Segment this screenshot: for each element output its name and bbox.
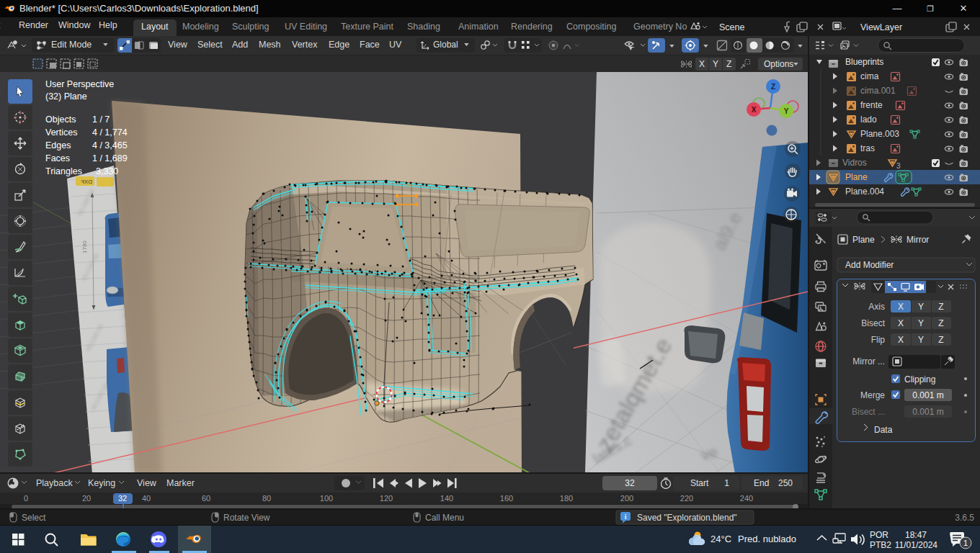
svg-text:0: 0 (24, 494, 28, 503)
svg-text:11/01/2024: 11/01/2024 (895, 540, 937, 550)
svg-text:Mirror: Mirror (906, 235, 929, 245)
svg-text:i: i (625, 513, 627, 521)
svg-text:1: 1 (724, 478, 729, 488)
svg-text:180: 180 (560, 494, 573, 503)
svg-text:80: 80 (262, 494, 271, 503)
svg-text:4 / 3,465: 4 / 3,465 (92, 140, 128, 150)
svg-text:Vidros: Vidros (842, 158, 867, 168)
svg-text:32: 32 (118, 494, 127, 503)
svg-text:4 / 1,774: 4 / 1,774 (92, 127, 128, 138)
svg-text:lado: lado (860, 114, 877, 125)
svg-text:X: X (898, 335, 904, 345)
svg-text:Y: Y (918, 318, 924, 328)
svg-text:18:47: 18:47 (905, 530, 927, 540)
svg-text:cima.001: cima.001 (860, 86, 896, 96)
svg-text:Y: Y (784, 107, 789, 115)
svg-text:3: 3 (896, 162, 901, 170)
svg-text:Pred. nublado: Pred. nublado (738, 534, 796, 544)
svg-text:Saved "Exploration.blend": Saved "Exploration.blend" (637, 513, 737, 523)
svg-text:1 / 1,689: 1 / 1,689 (92, 153, 128, 163)
svg-text:Edges: Edges (45, 140, 71, 150)
svg-text:3,330: 3,330 (96, 166, 118, 176)
svg-text:Blueprints: Blueprints (845, 57, 883, 67)
svg-text:60: 60 (202, 494, 210, 503)
svg-text:Rotate View: Rotate View (223, 513, 270, 523)
svg-text:3.6.5: 3.6.5 (955, 513, 974, 523)
svg-text:Flip: Flip (871, 335, 886, 345)
svg-text:X: X (898, 318, 904, 328)
svg-text:ViewLayer: ViewLayer (860, 22, 902, 32)
svg-text:250: 250 (778, 478, 793, 488)
svg-text:Y: Y (918, 335, 924, 345)
svg-text:Triangles: Triangles (45, 166, 82, 176)
svg-text:Faces: Faces (45, 153, 70, 163)
svg-text:Scene: Scene (719, 22, 744, 32)
svg-text:140: 140 (440, 494, 453, 503)
svg-text:40: 40 (142, 494, 151, 503)
svg-text:Plane.003: Plane.003 (860, 129, 899, 139)
svg-text:tras: tras (860, 143, 875, 153)
svg-text:View: View (137, 478, 157, 488)
svg-text:24°C: 24°C (710, 534, 731, 544)
svg-text:Call Menu: Call Menu (425, 513, 464, 523)
svg-text:100: 100 (320, 494, 333, 503)
svg-text:PTB2: PTB2 (870, 540, 891, 550)
svg-text:Axis: Axis (868, 302, 885, 312)
svg-text:Bisect: Bisect (861, 318, 885, 328)
svg-text:Add Modifier: Add Modifier (845, 260, 894, 270)
svg-text:User Perspective: User Perspective (45, 79, 114, 89)
svg-text:20: 20 (82, 494, 91, 503)
svg-text:160: 160 (500, 494, 513, 503)
svg-text:Vertices: Vertices (45, 127, 77, 138)
svg-text:Z: Z (771, 83, 775, 91)
svg-text:Data: Data (874, 425, 893, 435)
svg-text:220: 220 (680, 494, 693, 503)
svg-text:120: 120 (380, 494, 393, 503)
svg-text:Start: Start (690, 478, 709, 488)
svg-text:Plane.004: Plane.004 (845, 186, 884, 197)
svg-text:Marker: Marker (166, 478, 195, 488)
svg-text:0.001 m: 0.001 m (912, 390, 943, 400)
svg-text:Plane: Plane (845, 172, 868, 182)
svg-text:1 / 7: 1 / 7 (92, 114, 110, 125)
svg-text:1780: 1780 (81, 240, 88, 253)
svg-text:Playback: Playback (36, 478, 73, 488)
svg-text:End: End (754, 478, 769, 488)
svg-text:(32) Plane: (32) Plane (45, 91, 87, 102)
svg-text:1: 1 (963, 539, 968, 547)
svg-text:Z: Z (938, 318, 943, 328)
svg-text:Select: Select (22, 513, 46, 523)
svg-text:DXF: DXF (81, 179, 92, 185)
svg-text:Merge: Merge (860, 390, 885, 400)
svg-text:Plane: Plane (852, 235, 875, 245)
svg-text:32: 32 (625, 478, 635, 488)
svg-text:X: X (752, 106, 757, 114)
svg-text:cima: cima (860, 71, 879, 81)
svg-text:Z: Z (938, 302, 943, 312)
svg-text:200: 200 (620, 494, 633, 503)
svg-text:Mirror ...: Mirror ... (852, 356, 885, 367)
svg-text:POR: POR (870, 530, 888, 540)
svg-text:Objects: Objects (45, 114, 76, 125)
svg-text:Keying: Keying (88, 478, 115, 488)
svg-text:frente: frente (860, 100, 883, 110)
svg-text:Bisect ...: Bisect ... (852, 407, 885, 417)
svg-text:X: X (898, 302, 904, 312)
svg-text:Y: Y (918, 302, 924, 312)
svg-text:0.001 m: 0.001 m (912, 407, 943, 417)
svg-text:Clipping: Clipping (904, 374, 935, 385)
svg-text:240: 240 (740, 494, 753, 503)
svg-text:Z: Z (938, 335, 943, 345)
